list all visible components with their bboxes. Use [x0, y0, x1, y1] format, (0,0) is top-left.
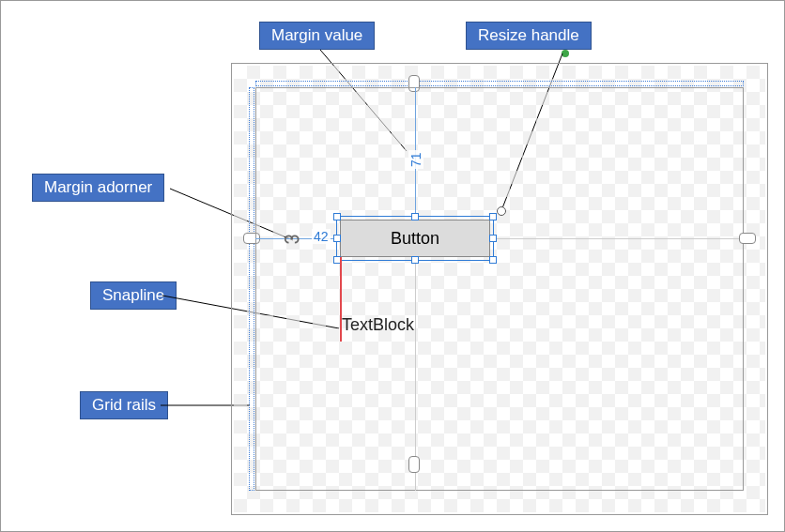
grid-column-splitter-bottom[interactable]	[408, 456, 420, 473]
callout-resize-handle: Resize handle	[466, 22, 592, 50]
designer-button[interactable]: Button	[340, 220, 490, 257]
margin-value-top: 71	[408, 150, 423, 169]
designer-button-label: Button	[391, 229, 439, 249]
designer-surface: 71 42 Button TextBlock	[231, 63, 768, 515]
margin-adorner-icon[interactable]	[284, 229, 304, 250]
grid-rail-top[interactable]	[255, 81, 744, 86]
callout-grid-rails: Grid rails	[80, 391, 168, 419]
callout-margin-value: Margin value	[259, 22, 375, 50]
grid-row-splitter-right[interactable]	[739, 233, 756, 244]
callout-snapline: Snapline	[90, 281, 177, 310]
designer-textblock[interactable]: TextBlock	[342, 315, 414, 335]
callout-margin-adorner: Margin adorner	[32, 174, 164, 202]
rotate-handle[interactable]	[497, 206, 506, 216]
grid-rail-left[interactable]	[249, 87, 254, 491]
window-outline	[255, 87, 744, 491]
margin-value-left: 42	[312, 229, 331, 244]
resize-handle-dot	[562, 50, 569, 57]
